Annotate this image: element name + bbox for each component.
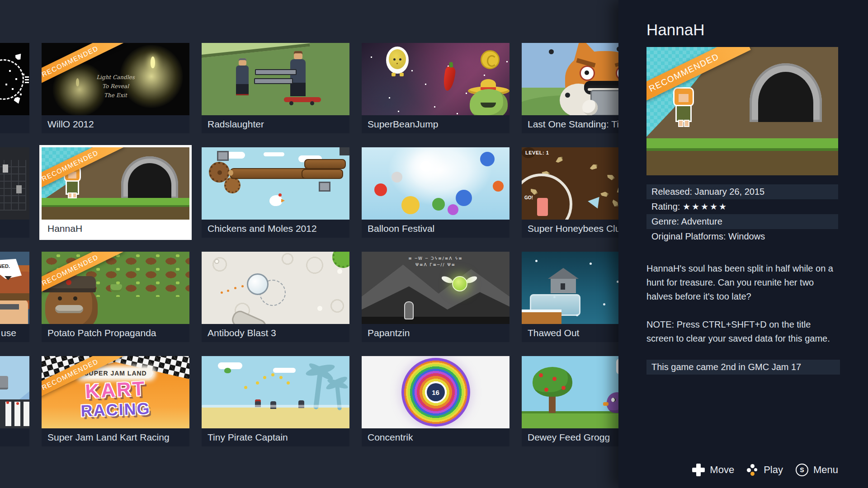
meta-platforms: Original Platforms: Windows (646, 229, 838, 244)
game-tile-partial-cowboy[interactable]: NED. use (0, 252, 29, 342)
game-tile-balloon-festival[interactable]: Balloon Festival (362, 147, 509, 238)
game-thumbnail: ≡ ─W ─ Ͻϟ≡/≡Λ ϟ≡ Ψ≡Λ Γ≡─// Ψ≡ (362, 252, 509, 324)
concentrik-number: 16 (427, 383, 445, 401)
game-title: HannaH (42, 220, 189, 238)
game-thumbnail (0, 43, 29, 115)
game-tile-partial-chickens[interactable] (0, 356, 29, 446)
detail-thumbnail: RECOMMENDED (646, 47, 838, 175)
game-thumbnail: SUPER JAM LAND KART RACING RECOMMENDED (42, 356, 189, 428)
select-button-icon: S (796, 464, 808, 476)
game-title: Antibody Blast 3 (202, 324, 349, 342)
controller-hints: Move Play S Menu (692, 464, 838, 476)
game-title (0, 428, 29, 446)
rune-text: ≡ ─W ─ Ͻϟ≡/≡Λ ϟ≡ Ψ≡Λ Γ≡─// Ψ≡ (362, 255, 509, 268)
game-thumbnail (202, 356, 349, 428)
play-button[interactable]: Play (747, 464, 783, 476)
game-tile-chickens-and-moles[interactable]: Chickens and Moles 2012 (202, 147, 349, 238)
game-thumbnail (362, 43, 509, 115)
game-title: Concentrik (362, 428, 509, 446)
detail-panel: HannaH RECOMMENDED Released: January 26,… (618, 0, 868, 488)
game-thumbnail (362, 147, 509, 220)
game-tile-partial-grid[interactable] (0, 147, 29, 238)
game-thumbnail (202, 147, 349, 220)
game-thumbnail: NED. (0, 252, 29, 324)
game-tile-radslaughter[interactable]: Radslaughter (202, 43, 349, 133)
game-thumbnail: RECOMMENDED (42, 252, 189, 324)
game-tile-super-jam-land-kart-racing[interactable]: SUPER JAM LAND KART RACING RECOMMENDED S… (42, 356, 189, 446)
game-description: HannaH's soul has been split in half whi… (646, 262, 840, 346)
award-badge: This game came 2nd in GMC Jam 17 (646, 360, 840, 375)
star-rating-icons: ★★★★★ (683, 202, 728, 211)
game-thumbnail (0, 147, 29, 220)
game-thumbnail (202, 43, 349, 115)
thumbnail-caption: Light Candles To Reveal The Exit (42, 73, 189, 100)
game-grid: Light Candles To Reveal The Exit RECOMME… (0, 43, 618, 460)
game-tile-concentrik[interactable]: 16 Concentrik (362, 356, 509, 446)
game-title: Papantzin (362, 324, 509, 342)
description-note: NOTE: Press CTRL+SHFT+D on the title scr… (646, 318, 840, 346)
game-title: use (0, 324, 29, 342)
menu-label: Menu (813, 464, 838, 476)
level-text: LEVEL: 1 (525, 150, 549, 155)
face-buttons-icon (747, 464, 759, 476)
game-thumbnail: Light Candles To Reveal The Exit RECOMME… (42, 43, 189, 115)
game-title (0, 115, 29, 133)
game-thumbnail: 16 (362, 356, 509, 428)
game-title: Super Jam Land Kart Racing (42, 428, 189, 446)
grid-row-3: NED. use RECOMMENDED Potato Patch Propag… (0, 252, 618, 342)
game-tile-partial-space[interactable] (0, 43, 29, 133)
move-label: Move (710, 464, 734, 476)
game-thumbnail: RECOMMENDED (42, 147, 189, 220)
game-thumbnail (202, 252, 349, 324)
dpad-icon (692, 464, 705, 476)
game-title: Potato Patch Propaganda (42, 324, 189, 342)
game-tile-papantzin[interactable]: ≡ ─W ─ Ͻϟ≡/≡Λ ϟ≡ Ψ≡Λ Γ≡─// Ψ≡ Papantzin (362, 252, 509, 342)
grid-row-2: RECOMMENDED HannaH Chickens and Moles 20… (0, 147, 618, 238)
rating-label: Rating: (651, 202, 680, 211)
game-title: WillO 2012 (42, 115, 189, 133)
game-tile-superbeanjump[interactable]: SuperBeanJump (362, 43, 509, 133)
game-meta-list: Released: January 26, 2015 Rating: ★★★★★… (646, 184, 838, 244)
menu-button[interactable]: S Menu (796, 464, 838, 476)
grid-row-4: SUPER JAM LAND KART RACING RECOMMENDED S… (0, 356, 618, 446)
description-paragraph: HannaH's soul has been split in half whi… (646, 262, 840, 304)
play-label: Play (764, 464, 783, 476)
game-tile-antibody-blast-3[interactable]: Antibody Blast 3 (202, 252, 349, 342)
game-title: Balloon Festival (362, 220, 509, 238)
game-title: Tiny Pirate Captain (202, 428, 349, 446)
game-tile-tiny-pirate-captain[interactable]: Tiny Pirate Captain (202, 356, 349, 446)
game-tile-willo-2012[interactable]: Light Candles To Reveal The Exit RECOMME… (42, 43, 189, 133)
meta-rating: Rating: ★★★★★ (646, 199, 838, 214)
game-title: SuperBeanJump (362, 115, 509, 133)
page-title: HannaH (646, 21, 838, 39)
game-tile-hannah-selected[interactable]: RECOMMENDED HannaH (42, 147, 189, 238)
meta-genre: Genre: Adventure (646, 214, 838, 229)
game-tile-potato-patch-propaganda[interactable]: RECOMMENDED Potato Patch Propaganda (42, 252, 189, 342)
meta-released: Released: January 26, 2015 (646, 184, 838, 199)
game-thumbnail (0, 356, 29, 428)
game-title (0, 220, 29, 238)
game-title: Radslaughter (202, 115, 349, 133)
game-title: Chickens and Moles 2012 (202, 220, 349, 238)
move-button[interactable]: Move (692, 464, 734, 476)
grid-row-1: Light Candles To Reveal The Exit RECOMME… (0, 43, 618, 133)
